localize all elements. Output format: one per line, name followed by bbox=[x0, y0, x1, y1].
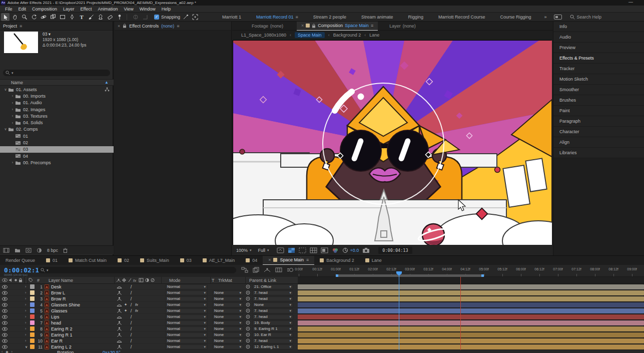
shy-switch-icon[interactable] bbox=[116, 344, 122, 349]
layer-row-earing-r-1[interactable]: ›9AEaring R 1/Normal▾None▾10. Ear R▾ bbox=[0, 332, 298, 338]
bit-depth-label[interactable]: 8 bpc bbox=[47, 248, 58, 253]
project-item-name[interactable]: 03 ▾ bbox=[43, 32, 86, 37]
mode-select[interactable]: Normal▾ bbox=[165, 314, 208, 319]
layer-label-color[interactable] bbox=[30, 296, 35, 301]
quality-switch-icon[interactable]: / bbox=[129, 332, 133, 337]
playhead-handle[interactable] bbox=[396, 271, 402, 276]
pick-whip-icon[interactable] bbox=[246, 284, 250, 289]
track-row[interactable] bbox=[298, 332, 644, 338]
layer-row-glasses[interactable]: ›5AGlasses✦/fxNormal▾None▾7. head▾ bbox=[0, 308, 298, 314]
mini-flowchart-icon[interactable] bbox=[241, 267, 248, 273]
parent-select[interactable]: 19. Body▾ bbox=[252, 320, 293, 325]
layer-duration-bar[interactable] bbox=[298, 284, 644, 289]
track-row[interactable] bbox=[298, 296, 644, 302]
parent-select[interactable]: None▾ bbox=[252, 302, 293, 307]
trkmat-select[interactable]: None▾ bbox=[212, 332, 243, 337]
composition-canvas[interactable] bbox=[233, 40, 551, 245]
workspace-overflow-chevrons[interactable]: » bbox=[544, 15, 547, 20]
parent-select[interactable]: 7. head▾ bbox=[252, 290, 293, 295]
zoom-tool-icon[interactable] bbox=[20, 13, 29, 21]
dock-panel-character[interactable]: Character bbox=[553, 127, 644, 137]
dock-panel-align[interactable]: Align bbox=[553, 137, 644, 148]
parent-link-column-label[interactable]: Parent & Link bbox=[249, 278, 276, 283]
project-item-02-comps[interactable]: ∨02. Comps bbox=[0, 126, 114, 133]
keyframe-navigator[interactable]: ‹ ◆ › bbox=[2, 350, 14, 353]
project-item-02-images[interactable]: ›02. Images bbox=[0, 106, 114, 113]
type-tool-icon[interactable]: T bbox=[77, 13, 86, 21]
quality-switch-icon[interactable]: / bbox=[129, 338, 133, 343]
layer-name[interactable]: Brow L bbox=[51, 290, 65, 295]
project-item-00-precomps[interactable]: ›00. Precomps bbox=[0, 159, 114, 166]
layer-twist-icon[interactable]: › bbox=[25, 303, 26, 306]
layer-duration-bar[interactable] bbox=[298, 308, 644, 313]
close-icon[interactable]: × bbox=[301, 23, 304, 28]
mode-select[interactable]: Normal▾ bbox=[165, 290, 208, 295]
timeline-tab-01[interactable]: 01 bbox=[41, 256, 63, 265]
eye-icon[interactable] bbox=[2, 285, 8, 289]
layer-twist-icon[interactable]: › bbox=[25, 321, 26, 324]
region-of-interest-icon[interactable] bbox=[299, 247, 306, 253]
dock-panel-paragraph[interactable]: Paragraph bbox=[553, 116, 644, 127]
trkmat-select[interactable]: None▾ bbox=[212, 320, 243, 325]
panel-menu-icon[interactable]: ≡ bbox=[177, 24, 179, 29]
quality-switch-icon[interactable]: / bbox=[129, 314, 133, 319]
layer-name[interactable]: Ear R bbox=[51, 338, 63, 343]
eye-icon[interactable] bbox=[2, 333, 8, 337]
eye-icon[interactable] bbox=[2, 315, 8, 319]
shy-switch-icon[interactable] bbox=[116, 326, 122, 331]
workspace-tab-7[interactable]: Course Rigging bbox=[500, 15, 531, 20]
track-row[interactable] bbox=[298, 326, 644, 332]
timeline-tab-lane[interactable]: Lane bbox=[360, 256, 387, 265]
shy-switch-icon[interactable] bbox=[116, 332, 122, 337]
layer-label-color[interactable] bbox=[30, 338, 35, 343]
project-item-04[interactable]: 04 bbox=[0, 153, 114, 159]
quality-switch-icon[interactable]: / bbox=[129, 284, 133, 289]
layer-row-ear-r[interactable]: ›10AEar R/Normal▾None▾7. head▾ bbox=[0, 338, 298, 344]
layer-name[interactable]: Earing R 1 bbox=[51, 332, 73, 337]
hand-tool-icon[interactable] bbox=[11, 13, 19, 21]
menu-help[interactable]: Help bbox=[159, 7, 174, 12]
mode-select[interactable]: Normal▾ bbox=[165, 320, 208, 325]
layer-name[interactable]: Desk bbox=[51, 284, 62, 289]
eraser-tool-icon[interactable] bbox=[106, 13, 114, 21]
snapshot-camera-icon[interactable] bbox=[362, 247, 370, 253]
shy-switch-icon[interactable] bbox=[116, 338, 122, 343]
project-item-03-textures[interactable]: ›03. Textures bbox=[0, 113, 114, 119]
workspace-tab-3[interactable]: Stream 2 people bbox=[313, 15, 346, 20]
mode-column-label[interactable]: Mode bbox=[169, 278, 181, 283]
twist-icon[interactable]: › bbox=[10, 161, 15, 164]
layer-row-brow-r[interactable]: ›3ABrow R/Normal▾None▾7. head▾ bbox=[0, 296, 298, 302]
trkmat-select[interactable]: None▾ bbox=[212, 302, 243, 307]
pen-tool-icon[interactable] bbox=[68, 13, 76, 21]
workspace-tab-4[interactable]: Stream animate bbox=[361, 15, 393, 20]
layer-name[interactable]: Glasses Shine bbox=[51, 302, 80, 307]
layer-row-earing-l-2[interactable]: ∨11AEaring L 2/Normal▾None▾12. Earing L … bbox=[0, 344, 298, 350]
dock-panel-audio[interactable]: Audio bbox=[553, 32, 644, 43]
trkmat-select[interactable]: None▾ bbox=[212, 290, 243, 295]
layer-row-desk[interactable]: ›1ADesk/Normal▾21. Office▾ bbox=[0, 284, 298, 290]
menu-effect[interactable]: Effect bbox=[78, 7, 95, 12]
parent-select[interactable]: 7. head▾ bbox=[252, 296, 293, 301]
eye-icon[interactable] bbox=[2, 327, 8, 331]
dock-panel-info[interactable]: Info bbox=[553, 22, 644, 32]
layer-name[interactable]: Earing L 2 bbox=[51, 344, 72, 349]
timeline-tab-match-cut-main[interactable]: Match Cut Main bbox=[63, 256, 112, 265]
parent-select[interactable]: 12. Earing L 1▾ bbox=[252, 344, 293, 349]
layer-duration-bar[interactable] bbox=[298, 338, 644, 343]
layer-row-brow-l[interactable]: ›2ABrow L/Normal▾None▾7. head▾ bbox=[0, 290, 298, 296]
layer-twist-icon[interactable]: › bbox=[25, 339, 26, 342]
workspace-switcher-icon[interactable] bbox=[554, 15, 562, 20]
trkmat-select[interactable]: None▾ bbox=[212, 344, 243, 349]
track-row[interactable] bbox=[298, 320, 644, 326]
breadcrumb-active[interactable]: Space Main bbox=[295, 32, 325, 38]
minimize-button[interactable]: — bbox=[628, 0, 633, 5]
track-row[interactable] bbox=[298, 302, 644, 308]
layer-row-head[interactable]: ›7Ahead/Normal▾None▾19. Body▾ bbox=[0, 320, 298, 326]
collapse-transform-icon[interactable]: ✦ bbox=[123, 302, 128, 307]
pick-whip-icon[interactable] bbox=[246, 344, 250, 349]
twist-icon[interactable]: › bbox=[10, 101, 15, 105]
quality-switch-icon[interactable]: / bbox=[129, 302, 133, 307]
puppet-pin-tool-icon[interactable] bbox=[115, 13, 124, 21]
layer-duration-bar[interactable] bbox=[298, 332, 644, 337]
mode-select[interactable]: Normal▾ bbox=[165, 344, 208, 349]
